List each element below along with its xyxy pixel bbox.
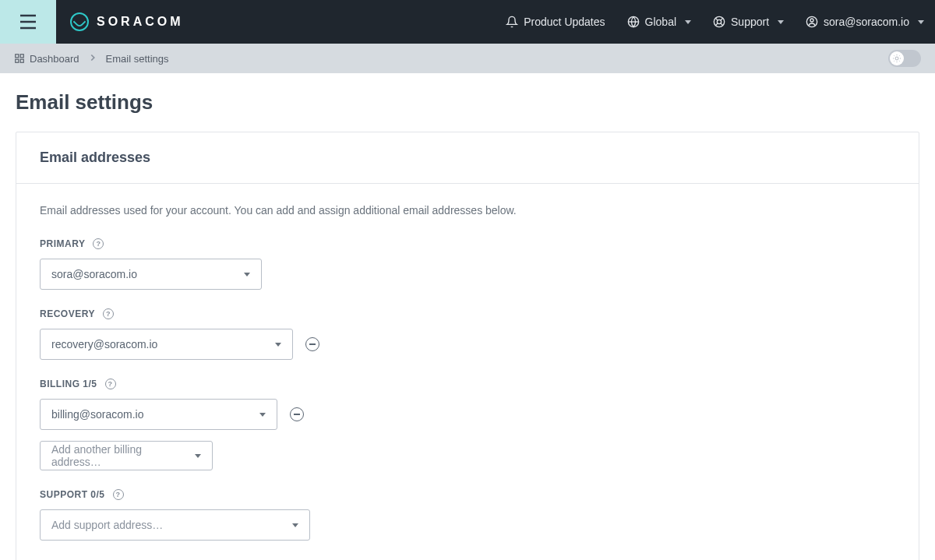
support-label: SUPPORT 0/5 — [40, 489, 105, 500]
nav-product-updates[interactable]: Product Updates — [495, 0, 616, 44]
billing-email-select[interactable]: billing@soracom.io — [40, 399, 277, 430]
svg-rect-16 — [20, 59, 23, 62]
breadcrumb-bar: Dashboard Email settings — [0, 44, 935, 73]
caret-down-icon — [275, 343, 281, 347]
top-navbar: SORACOM Product Updates Global Support s… — [0, 0, 935, 44]
caret-down-icon — [244, 273, 250, 276]
svg-line-25 — [899, 55, 900, 56]
recovery-label: RECOVERY — [40, 308, 95, 319]
svg-rect-13 — [16, 55, 19, 58]
add-support-placeholder: Add support address… — [51, 519, 163, 531]
svg-line-21 — [899, 61, 900, 62]
svg-line-8 — [721, 23, 723, 26]
help-icon[interactable]: ? — [105, 379, 116, 389]
primary-field-group: PRIMARY ? sora@soracom.io — [40, 238, 895, 290]
help-icon[interactable]: ? — [113, 489, 124, 500]
nav-account[interactable]: sora@soracom.io — [795, 0, 935, 44]
support-icon — [713, 16, 725, 28]
globe-icon — [627, 16, 640, 28]
primary-label-row: PRIMARY ? — [40, 238, 895, 249]
user-icon — [806, 16, 818, 28]
billing-email-value: billing@soracom.io — [51, 408, 143, 421]
email-addresses-card: Email addresses Email addresses used for… — [16, 132, 919, 560]
svg-point-12 — [810, 19, 813, 22]
svg-line-10 — [715, 23, 718, 26]
svg-rect-14 — [20, 55, 23, 58]
sun-icon — [892, 54, 901, 63]
support-field-group: SUPPORT 0/5 ? Add support address… — [40, 489, 895, 541]
primary-email-select[interactable]: sora@soracom.io — [40, 259, 262, 290]
nav-account-label: sora@soracom.io — [824, 16, 909, 28]
recovery-label-row: RECOVERY ? — [40, 308, 895, 319]
breadcrumb-dashboard-label: Dashboard — [30, 53, 79, 65]
billing-label-row: BILLING 1/5 ? — [40, 379, 895, 389]
primary-label: PRIMARY — [40, 238, 85, 249]
chevron-right-icon — [87, 52, 98, 65]
brand-name: SORACOM — [97, 15, 184, 29]
hamburger-icon — [17, 12, 39, 31]
caret-down-icon — [778, 20, 784, 24]
card-header-title: Email addresses — [40, 150, 895, 166]
add-billing-label: Add another billing address… — [51, 443, 192, 468]
menu-toggle-button[interactable] — [0, 0, 56, 44]
nav-support-label: Support — [731, 16, 769, 28]
help-icon[interactable]: ? — [103, 308, 114, 319]
add-billing-select[interactable]: Add another billing address… — [40, 441, 213, 470]
nav-support[interactable]: Support — [702, 0, 795, 44]
remove-billing-button[interactable] — [290, 407, 304, 421]
svg-point-17 — [895, 57, 898, 60]
brand: SORACOM — [70, 12, 184, 31]
caret-down-icon — [685, 20, 691, 24]
caret-down-icon — [195, 454, 201, 458]
nav-product-updates-label: Product Updates — [524, 16, 605, 28]
primary-email-value: sora@soracom.io — [51, 268, 137, 280]
brand-logo-icon — [70, 12, 89, 31]
card-body: Email addresses used for your account. Y… — [16, 184, 919, 560]
recovery-email-select[interactable]: recovery@soracom.io — [40, 329, 293, 360]
breadcrumb-current: Email settings — [106, 53, 169, 65]
theme-toggle-knob — [890, 51, 904, 65]
bell-icon — [506, 16, 518, 28]
caret-down-icon — [918, 20, 924, 24]
nav-global[interactable]: Global — [616, 0, 702, 44]
recovery-email-value: recovery@soracom.io — [51, 338, 157, 350]
breadcrumb-dashboard[interactable]: Dashboard — [14, 53, 79, 65]
caret-down-icon — [259, 413, 266, 417]
svg-line-20 — [894, 55, 894, 56]
nav-global-label: Global — [645, 16, 676, 28]
add-support-select[interactable]: Add support address… — [40, 509, 310, 541]
page-content: Email settings Email addresses Email add… — [0, 73, 935, 560]
help-icon[interactable]: ? — [93, 238, 104, 249]
svg-line-24 — [894, 61, 894, 62]
billing-label: BILLING 1/5 — [40, 379, 97, 389]
recovery-field-group: RECOVERY ? recovery@soracom.io — [40, 308, 895, 360]
page-title: Email settings — [16, 90, 919, 114]
dashboard-icon — [14, 53, 25, 64]
billing-field-group: BILLING 1/5 ? billing@soracom.io Add ano… — [40, 379, 895, 470]
support-label-row: SUPPORT 0/5 ? — [40, 489, 895, 500]
remove-recovery-button[interactable] — [305, 337, 319, 351]
svg-line-7 — [715, 18, 718, 20]
theme-toggle[interactable] — [888, 50, 921, 67]
card-description: Email addresses used for your account. Y… — [40, 204, 895, 217]
svg-rect-15 — [16, 59, 19, 62]
svg-line-9 — [721, 18, 723, 20]
caret-down-icon — [292, 523, 298, 527]
card-header: Email addresses — [16, 132, 919, 184]
